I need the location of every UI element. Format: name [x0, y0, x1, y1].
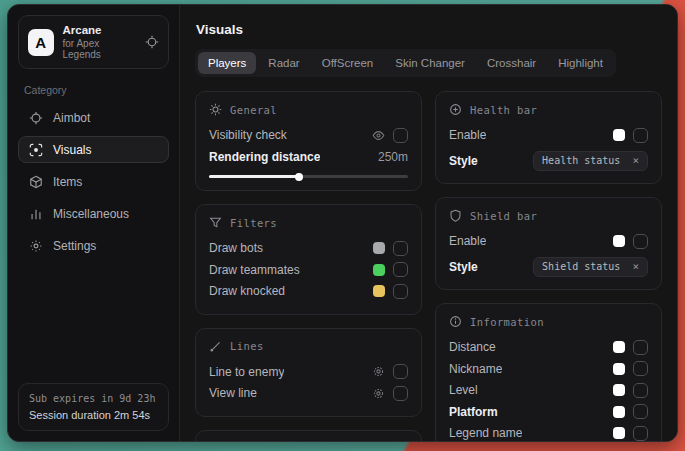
tab-skin-changer[interactable]: Skin Changer: [385, 52, 475, 74]
row-label: Style: [449, 154, 478, 168]
row-label: Draw bots: [209, 241, 263, 255]
row-draw-knocked: Draw knocked: [209, 281, 408, 302]
platform-checkbox[interactable]: [633, 404, 648, 419]
bars-icon: [28, 207, 43, 221]
row-platform: Platform: [449, 402, 648, 423]
sidebar-item-visuals[interactable]: Visuals: [18, 136, 169, 163]
panel-filters-header: Filters: [209, 216, 408, 229]
color-swatch[interactable]: [373, 285, 385, 297]
tab-offscreen[interactable]: OffScreen: [312, 52, 384, 74]
gear-sun-icon: [209, 103, 222, 116]
row-label: Legend name: [449, 426, 522, 440]
panel-general-header: General: [209, 103, 408, 116]
sidebar-item-miscellaneous[interactable]: Miscellaneous: [18, 200, 169, 227]
panel-information: Information Distance Nickname: [435, 303, 662, 441]
row-label: Rendering distance: [209, 150, 320, 164]
level-checkbox[interactable]: [633, 383, 648, 398]
health-cross-icon: [449, 103, 462, 116]
color-swatch[interactable]: [613, 129, 625, 141]
right-column: Health bar Enable Style Health status: [435, 91, 662, 441]
rendering-distance-value: 250m: [378, 150, 408, 164]
info-icon: [449, 315, 462, 328]
color-swatch[interactable]: [373, 242, 385, 254]
line-to-enemy-checkbox[interactable]: [393, 364, 408, 379]
tab-highlight[interactable]: Highlight: [548, 52, 613, 74]
distance-checkbox[interactable]: [633, 340, 648, 355]
row-label: Level: [449, 383, 478, 397]
row-label: Draw teammates: [209, 263, 300, 277]
main-area: Visuals Players Radar OffScreen Skin Cha…: [180, 5, 677, 441]
close-icon[interactable]: ×: [632, 155, 639, 166]
row-level: Level: [449, 380, 648, 401]
row-draw-teammates: Draw teammates: [209, 260, 408, 281]
row-visibility-check: Visibility check: [209, 125, 408, 146]
line-tool-icon: [209, 340, 222, 353]
eye-icon[interactable]: [372, 129, 385, 142]
row-label: Platform: [449, 405, 498, 419]
panel-title: Filters: [230, 217, 277, 229]
panel-box: Box Enable Enable background: [195, 430, 422, 442]
row-distance: Distance: [449, 337, 648, 358]
row-label: Enable: [449, 234, 486, 248]
sidebar-item-aimbot[interactable]: Aimbot: [18, 104, 169, 131]
panel-information-header: Information: [449, 315, 648, 328]
row-shield-enable: Enable: [449, 231, 648, 252]
tab-players[interactable]: Players: [198, 52, 256, 74]
color-swatch[interactable]: [613, 341, 625, 353]
visuals-tabbar: Players Radar OffScreen Skin Changer Cro…: [195, 49, 616, 77]
crosshair-icon: [28, 111, 43, 125]
nickname-checkbox[interactable]: [633, 361, 648, 376]
sidebar-item-label: Settings: [53, 239, 96, 253]
subscription-card: Sub expires in 9d 23h Session duration 2…: [18, 383, 169, 431]
panel-general: General Visibility check: [195, 91, 422, 191]
shield-enable-checkbox[interactable]: [633, 234, 648, 249]
view-line-checkbox[interactable]: [393, 386, 408, 401]
eye-scan-icon: [28, 143, 43, 157]
row-label: Draw knocked: [209, 284, 285, 298]
color-swatch[interactable]: [613, 235, 625, 247]
app-window: A Arcane for Apex Legends Category: [7, 4, 678, 442]
panel-title: General: [230, 104, 277, 116]
tab-crosshair[interactable]: Crosshair: [477, 52, 546, 74]
panel-filters: Filters Draw bots Draw teammates: [195, 204, 422, 315]
visibility-check-checkbox[interactable]: [393, 128, 408, 143]
row-label: Enable: [449, 128, 486, 142]
panel-health-bar: Health bar Enable Style Health status: [435, 91, 662, 184]
color-swatch[interactable]: [613, 363, 625, 375]
row-draw-bots: Draw bots: [209, 238, 408, 259]
color-swatch[interactable]: [613, 406, 625, 418]
sidebar-item-label: Aimbot: [53, 111, 90, 125]
shield-style-value: Shield status: [542, 261, 620, 272]
panel-title: Lines: [230, 340, 264, 352]
row-label: Visibility check: [209, 128, 287, 142]
slider-fill: [209, 175, 299, 178]
gear-icon[interactable]: [372, 387, 385, 400]
sidebar-item-settings[interactable]: Settings: [18, 232, 169, 259]
row-label: Distance: [449, 340, 496, 354]
legend-name-checkbox[interactable]: [633, 426, 648, 441]
close-icon[interactable]: ×: [632, 261, 639, 272]
draw-bots-checkbox[interactable]: [393, 241, 408, 256]
row-line-to-enemy: Line to enemy: [209, 362, 408, 383]
slider-knob[interactable]: [295, 173, 303, 181]
health-enable-checkbox[interactable]: [633, 128, 648, 143]
draw-knocked-checkbox[interactable]: [393, 284, 408, 299]
gear-icon: [28, 239, 43, 253]
draw-teammates-checkbox[interactable]: [393, 262, 408, 277]
panel-shield-bar: Shield bar Enable Style Shield status: [435, 197, 662, 290]
color-swatch[interactable]: [613, 427, 625, 439]
color-swatch[interactable]: [613, 384, 625, 396]
health-style-value: Health status: [542, 155, 620, 166]
row-label: View line: [209, 386, 257, 400]
gear-icon[interactable]: [372, 365, 385, 378]
row-legend-name: Legend name: [449, 423, 648, 441]
tab-radar[interactable]: Radar: [258, 52, 309, 74]
sidebar-item-label: Visuals: [53, 143, 91, 157]
target-icon[interactable]: [145, 35, 159, 49]
rendering-distance-slider[interactable]: [209, 175, 408, 178]
health-style-select[interactable]: Health status ×: [533, 151, 648, 171]
row-health-style: Style Health status ×: [449, 151, 648, 172]
color-swatch[interactable]: [373, 264, 385, 276]
sidebar-item-items[interactable]: Items: [18, 168, 169, 195]
shield-style-select[interactable]: Shield status ×: [533, 257, 648, 277]
